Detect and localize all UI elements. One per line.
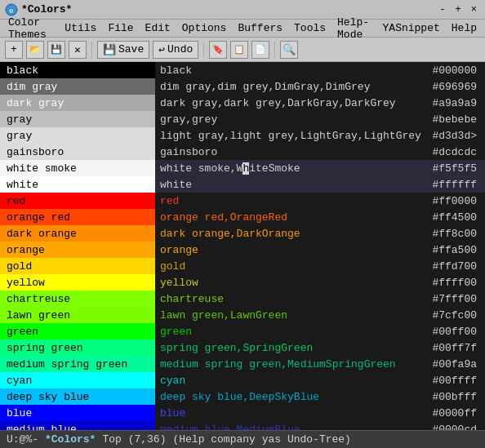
color-hex-value: #ffa500 xyxy=(424,244,485,256)
app-icon: e xyxy=(5,3,18,16)
color-info-black[interactable]: black#000000 xyxy=(155,62,485,78)
copy-button[interactable]: 📋 xyxy=(230,41,248,59)
menu-item-buffers[interactable]: Buffers xyxy=(233,21,287,35)
color-names-text: red xyxy=(160,195,424,207)
color-names-panel: black#000000dim gray,dim grey,DimGray,Di… xyxy=(155,62,485,430)
color-info-deep-sky-blue[interactable]: deep sky blue,DeepSkyBlue#00bfff xyxy=(155,388,485,405)
color-names-text: medium spring green,MediumSpringGreen xyxy=(160,358,424,370)
color-swatch-gainsboro2[interactable]: gainsboro xyxy=(0,144,155,160)
save-file-button[interactable]: 💾 xyxy=(47,41,65,59)
color-info-gray[interactable]: gray,grey#bebebe xyxy=(155,111,485,127)
color-swatch-cyan[interactable]: cyan xyxy=(0,372,155,388)
color-info-white-smoke[interactable]: white smoke,WhiteSmoke#f5f5f5 xyxy=(155,160,485,176)
color-info-cyan[interactable]: cyan#00ffff xyxy=(155,372,485,388)
color-info-dark-orange[interactable]: dark orange,DarkOrange#ff8c00 xyxy=(155,225,485,242)
color-swatch-deep-sky-blue[interactable]: deep sky blue xyxy=(0,388,155,405)
color-info-orange-red[interactable]: orange red,OrangeRed#ff4500 xyxy=(155,209,485,225)
bookmark-button[interactable]: 🔖 xyxy=(209,41,227,59)
color-info-dim-gray[interactable]: dim gray,dim grey,DimGray,DimGrey#696969 xyxy=(155,78,485,95)
color-info-orange[interactable]: orange#ffa500 xyxy=(155,242,485,258)
color-info-yellow[interactable]: yellow#ffff00 xyxy=(155,274,485,291)
color-swatch-gold[interactable]: gold xyxy=(0,258,155,274)
close-file-button[interactable]: ✕ xyxy=(69,41,87,59)
color-info-lawn-green[interactable]: lawn green,LawnGreen#7cfc00 xyxy=(155,307,485,323)
color-names-text: blue xyxy=(160,407,424,419)
color-info-medium-spring-green[interactable]: medium spring green,MediumSpringGreen#00… xyxy=(155,356,485,372)
color-hex-value: #0000cd xyxy=(424,424,485,431)
color-names-text: medium blue,MediumBlue xyxy=(160,424,424,431)
color-swatch-medium-spring-green[interactable]: medium spring green xyxy=(0,356,155,372)
menu-item-help-mode[interactable]: Help-Mode xyxy=(332,16,376,42)
maximize-button[interactable]: + xyxy=(452,4,465,16)
menu-item-edit[interactable]: Edit xyxy=(140,21,176,35)
status-buffer-name: *Colors* xyxy=(45,433,96,446)
menu-item-file[interactable]: File xyxy=(103,21,138,35)
color-hex-value: #000000 xyxy=(424,64,485,77)
minimize-button[interactable]: - xyxy=(436,4,448,16)
color-names-text: cyan xyxy=(160,375,424,387)
color-info-red[interactable]: red#ff0000 xyxy=(155,193,485,209)
color-swatch-blue[interactable]: blue xyxy=(0,405,155,421)
menu-item-tools[interactable]: Tools xyxy=(289,21,331,35)
save-label-button[interactable]: 💾 Save xyxy=(97,41,149,59)
color-swatch-spring-green[interactable]: spring green xyxy=(0,339,155,356)
close-button[interactable]: × xyxy=(468,4,480,16)
color-names-text: dark gray,dark grey,DarkGray,DarkGrey xyxy=(160,97,424,109)
status-help: (Help company yas Undo-Tree) xyxy=(172,433,350,446)
color-info-chartreuse[interactable]: chartreuse#7fff00 xyxy=(155,291,485,307)
menu-item-utils[interactable]: Utils xyxy=(60,21,101,35)
color-info-gold[interactable]: gold#ffd700 xyxy=(155,258,485,274)
color-hex-value: #d3d3d> xyxy=(424,130,485,142)
color-hex-value: #00ffff xyxy=(424,375,485,387)
menu-item-help[interactable]: Help xyxy=(447,21,482,35)
color-swatch-white-smoke[interactable]: white smoke xyxy=(0,160,155,176)
color-swatch-black[interactable]: black xyxy=(0,62,155,78)
color-info-dark-gray[interactable]: dark gray,dark grey,DarkGray,DarkGrey#a9… xyxy=(155,95,485,111)
color-names-text: green xyxy=(160,326,424,338)
color-swatch-orange[interactable]: orange xyxy=(0,242,155,258)
color-swatch-dark-orange[interactable]: dark orange xyxy=(0,225,155,242)
undo-label-button[interactable]: ↩ Undo xyxy=(153,41,198,59)
color-hex-value: #00fa9a xyxy=(424,358,485,370)
color-info-gainsboro2[interactable]: gainsboro#dcdcdc xyxy=(155,144,485,160)
menu-item-options[interactable]: Options xyxy=(177,21,232,35)
color-names-text: light gray,light grey,LightGray,LightGre… xyxy=(160,130,424,142)
open-button[interactable]: 📂 xyxy=(26,41,44,59)
color-hex-value: #ffff00 xyxy=(424,277,485,289)
color-hex-value: #ff0000 xyxy=(424,195,485,207)
menu-item-color-themes[interactable]: Color Themes xyxy=(3,16,58,42)
color-info-blue[interactable]: blue#0000ff xyxy=(155,405,485,421)
color-names-text: orange xyxy=(160,244,424,256)
search-button[interactable]: 🔍 xyxy=(280,41,298,59)
color-hex-value: #ffffff xyxy=(424,179,485,191)
color-info-gainsboro[interactable]: light gray,light grey,LightGray,LightGre… xyxy=(155,127,485,144)
color-info-medium-blue[interactable]: medium blue,MediumBlue#0000cd xyxy=(155,421,485,430)
color-info-spring-green[interactable]: spring green,SpringGreen#00ff7f xyxy=(155,339,485,356)
color-swatch-yellow[interactable]: yellow xyxy=(0,274,155,291)
color-hex-value: #a9a9a9 xyxy=(424,97,485,109)
color-swatch-white[interactable]: white xyxy=(0,176,155,193)
menu-item-yasnippet[interactable]: YASnippet xyxy=(378,21,445,35)
color-swatch-gray[interactable]: gray xyxy=(0,111,155,127)
new-button[interactable]: + xyxy=(5,41,23,59)
color-swatch-lawn-green[interactable]: lawn green xyxy=(0,307,155,323)
paste-button[interactable]: 📄 xyxy=(251,41,269,59)
color-info-green[interactable]: green#00ff00 xyxy=(155,323,485,339)
color-hex-value: #7fff00 xyxy=(424,293,485,305)
color-swatch-chartreuse[interactable]: chartreuse xyxy=(0,291,155,307)
color-swatch-dim-gray[interactable]: dim gray xyxy=(0,78,155,95)
color-swatch-orange-red[interactable]: orange red xyxy=(0,209,155,225)
color-swatch-red[interactable]: red xyxy=(0,193,155,209)
title-controls: - + × xyxy=(436,4,480,16)
color-swatch-dark-gray[interactable]: dark gray xyxy=(0,95,155,111)
status-mode: U:@%- xyxy=(7,433,38,446)
color-info-white[interactable]: white#ffffff xyxy=(155,176,485,193)
color-swatch-green[interactable]: green xyxy=(0,323,155,339)
color-hex-value: #00ff7f xyxy=(424,342,485,354)
main-content: blackdim graydark graygraygraygainsborow… xyxy=(0,62,485,430)
color-swatch-gainsboro[interactable]: gray xyxy=(0,127,155,144)
color-hex-value: #696969 xyxy=(424,81,485,93)
color-swatch-medium-blue[interactable]: medium blue xyxy=(0,421,155,430)
title-bar: e *Colors* - + × xyxy=(0,0,485,20)
color-swatch-panel: blackdim graydark graygraygraygainsborow… xyxy=(0,62,155,430)
